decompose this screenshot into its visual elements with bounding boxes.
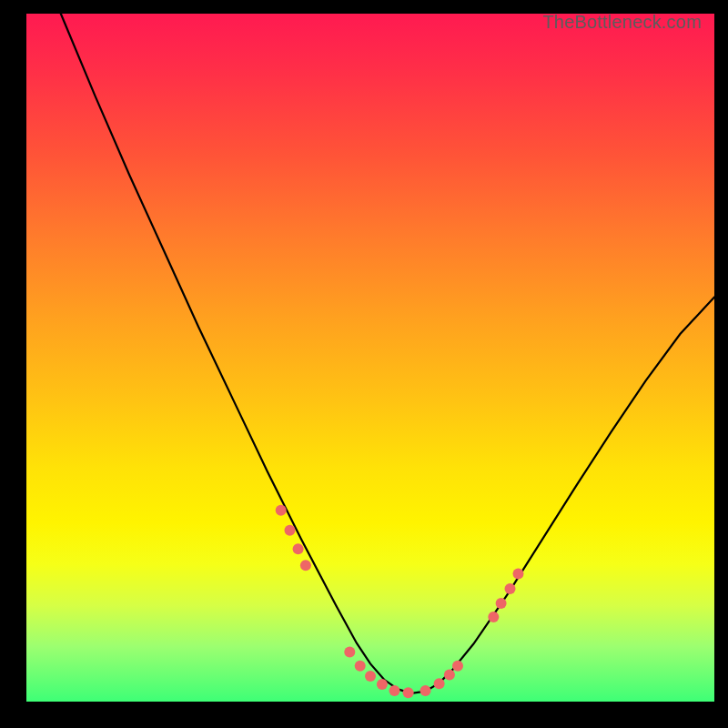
data-marker (505, 583, 516, 594)
data-marker (344, 647, 355, 658)
bottleneck-curve (61, 14, 714, 693)
chart-frame: TheBottleneck.com (14, 14, 714, 714)
data-marker (513, 568, 524, 579)
data-marker (276, 505, 287, 516)
data-marker (420, 685, 431, 696)
data-marker (496, 598, 507, 609)
data-marker (444, 670, 455, 681)
data-marker (452, 661, 463, 672)
data-marker (300, 560, 311, 571)
data-marker (293, 543, 304, 554)
data-marker (389, 685, 400, 696)
data-marker (488, 612, 499, 622)
data-marker (365, 671, 376, 682)
data-marker (285, 525, 296, 536)
chart-svg (26, 14, 714, 702)
data-marker (377, 679, 388, 690)
plot-area (26, 14, 714, 702)
marker-group (276, 505, 524, 698)
data-marker (355, 661, 366, 672)
data-marker (403, 687, 414, 698)
attribution-text: TheBottleneck.com (542, 12, 702, 33)
data-marker (434, 678, 445, 689)
